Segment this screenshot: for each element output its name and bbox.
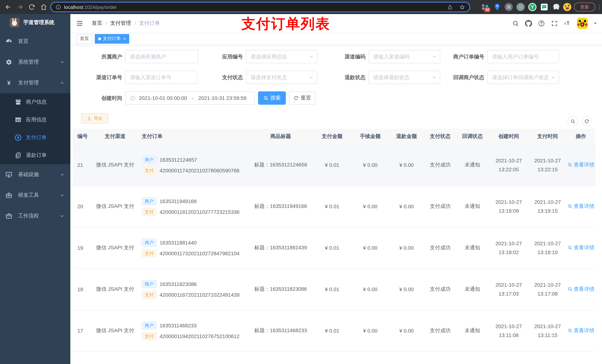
search-icon [567,328,572,333]
annotation-title: 支付订单列表 [241,14,330,33]
pay-order-no: 4200001167202110271022491439 [160,292,239,298]
sidebar-item-workflow[interactable]: 工作流程 [0,206,70,226]
extension-pin-icon[interactable] [493,3,501,11]
table-row[interactable]: 20微信 JSAPI 支付商户1635311949168支付4200001181… [73,186,595,227]
chevron-down-icon[interactable] [594,22,597,24]
create-time-cell: 2021-10-2713:11:08 [489,310,529,351]
column-header: 编号 [73,129,93,144]
sidebar-item-dev-tools[interactable]: 研发工具 [0,185,70,206]
date-separator: - [190,95,195,101]
grid-icon [14,116,22,124]
chevron-down-icon [60,193,64,198]
reload-icon[interactable] [28,3,35,11]
search-icon[interactable] [512,20,519,27]
filter-field-input[interactable] [492,54,554,60]
pay-amount-cell: ¥ 0.01 [312,144,352,186]
sidebar-item-system[interactable]: 系统管理 [0,52,70,73]
breadcrumb-item[interactable]: 首页 [92,20,102,27]
forward-icon[interactable] [16,3,24,11]
create-time-label: 创建时间 [74,91,122,105]
extension-emoji-icon[interactable] [563,3,571,11]
view-detail-link[interactable]: 查看详情 [567,162,594,168]
filter-input-1[interactable] [125,50,198,63]
extension-chat-icon[interactable] [540,3,548,11]
app-logo[interactable]: 芋道管理系统 [0,14,70,31]
back-icon[interactable] [4,3,12,11]
column-header: 支付渠道 [93,129,137,144]
chevron-down-icon [60,60,64,64]
view-detail-link[interactable]: 查看详情 [567,203,594,210]
extension-badge: 10 [484,7,490,12]
filter-select-2[interactable] [246,50,317,63]
table-refresh-button[interactable] [582,116,592,126]
merchant-tag: 商户 [142,156,157,164]
view-detail-link[interactable]: 查看详情 [567,327,594,334]
main-content: 所属商户应用编号渠道编码商户订单编号渠道订单号支付状态退款状态回调商户状态 创建… [70,45,602,364]
pay-order-no: 4200001174202110278060590766 [160,167,239,173]
filter-field-input[interactable] [492,74,554,80]
pay-status-cell: 支付成功 [424,186,456,227]
tab-支付订单[interactable]: 支付订单× [95,34,129,43]
github-icon[interactable] [525,20,532,27]
font-size-icon[interactable]: TT [564,20,571,27]
sidebar-item-merchant-info[interactable]: 商户信息 [0,93,70,111]
browser-menu-icon[interactable]: ⋮ [596,2,602,12]
update-button[interactable]: 更新 [574,3,595,11]
extension-diamond-icon[interactable]: 10 [481,3,489,11]
export-button[interactable]: 导出 [81,113,108,124]
filter-label: 所属商户 [74,50,122,63]
sidebar-item-home[interactable]: 首页 [0,31,70,52]
refresh-icon [294,95,299,101]
extension-command-icon[interactable]: ⌘ [505,3,513,11]
hamburger-icon[interactable] [76,20,83,27]
sidebar-menu: 首页系统管理¥支付管理商户信息应用信息¥支付订单退款订单基础设施研发工具工作流程 [0,31,70,226]
tab-首页[interactable]: 首页 [77,34,92,43]
filter-select-8[interactable] [487,71,559,84]
table-row[interactable]: 商户1635311354796 [73,351,595,364]
sidebar-item-refund-order[interactable]: 退款订单 [0,146,70,164]
fullscreen-icon[interactable] [551,20,558,27]
create-time-range-input[interactable]: 2021-10-01 00:00:00 - 2021-10-31 23:59:5… [125,91,255,105]
table-row[interactable]: 19微信 JSAPI 支付商户1635311881440支付4200001173… [73,227,595,269]
search-icon [567,245,572,250]
info-icon[interactable] [55,4,61,10]
view-detail-link[interactable]: 查看详情 [567,286,594,293]
order-id-cell: 20 [73,186,93,227]
filter-field-input[interactable] [251,54,312,60]
filter-input-5[interactable] [125,71,197,84]
search-button[interactable]: 搜索 [258,91,286,105]
view-detail-link[interactable]: 查看详情 [567,245,594,251]
table-row[interactable]: 21微信 JSAPI 支付商户1635312124657支付4200001174… [73,144,595,186]
filter-field-input[interactable] [130,74,193,80]
sidebar-item-infra[interactable]: 基础设施 [0,164,70,185]
refund-amount-cell: ¥ 0.00 [389,227,424,269]
breadcrumb-item[interactable]: 支付管理 [110,20,131,27]
order-id-cell [73,351,93,364]
filter-field-input[interactable] [130,54,194,60]
sidebar-item-pay[interactable]: ¥支付管理 [0,73,70,93]
close-icon[interactable]: × [123,36,126,41]
help-icon[interactable] [538,20,545,27]
table-row[interactable]: 17微信 JSAPI 支付商户1635311468233支付4200001194… [73,310,595,351]
avatar[interactable] [577,18,588,29]
filter-input-4[interactable] [487,50,559,63]
search-icon [263,95,269,101]
extension-recorder-icon[interactable] [516,3,525,11]
pay-amount-cell: ¥ 0.01 [312,227,352,269]
home-icon[interactable] [40,3,47,11]
sidebar-item-app-info[interactable]: 应用信息 [0,111,70,129]
filter-select-6[interactable] [246,71,317,84]
address-bar[interactable]: localhost:1024/pay/order [50,2,470,12]
table-row[interactable]: 18微信 JSAPI 支付商户1635311823086支付4200001167… [73,269,595,310]
share-icon[interactable] [447,4,453,10]
sidebar-item-pay-order[interactable]: ¥支付订单 [0,129,70,146]
filter-field-input[interactable] [251,74,312,80]
star-icon[interactable] [460,4,465,10]
extension-y-icon[interactable]: Y [528,3,537,11]
extensions-puzzle-icon[interactable] [552,3,560,11]
table-search-button[interactable] [568,116,578,126]
create-time-cell [489,351,529,364]
merchant-tag: 商户 [142,239,157,247]
reset-button[interactable]: 重置 [289,91,315,105]
shop-icon [14,98,22,106]
